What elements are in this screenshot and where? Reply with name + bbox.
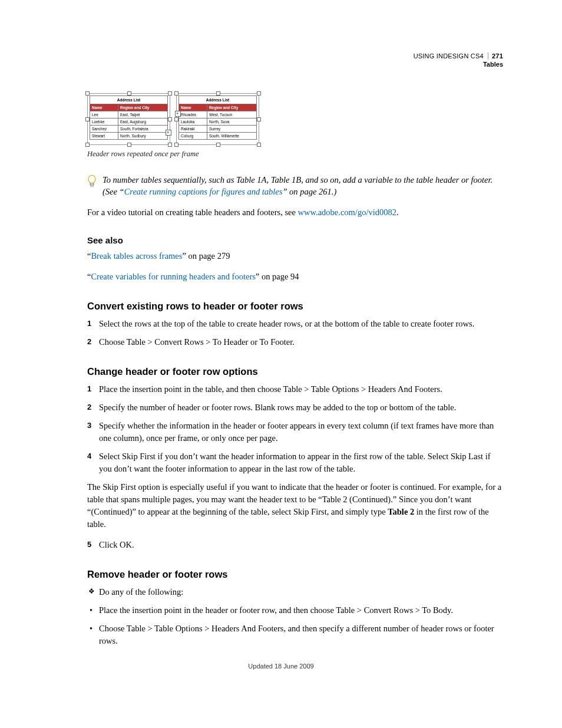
steps-convert: Select the rows at the top of the table … — [87, 318, 503, 348]
bold-table-2: Table 2 — [388, 507, 414, 516]
page-number: 271 — [488, 52, 503, 60]
footer-updated: Updated 18 June 2009 — [0, 663, 562, 670]
bullet-item: Choose Table > Table Options > Headers A… — [87, 622, 503, 647]
remove-lead-list: Do any of the following: — [87, 586, 503, 598]
see-also-item-1: “Break tables across frames” on page 279 — [87, 250, 503, 262]
lead-item: Do any of the following: — [87, 586, 503, 598]
text-frame-right: ▸ Address List Name Region and City Rhoa… — [176, 93, 259, 145]
product-name: USING INDESIGN CS4 — [414, 52, 484, 60]
link-video-tutorial[interactable]: www.adobe.com/go/vid0082 — [298, 207, 396, 217]
mini-table-right: Address List Name Region and City Rhoade… — [178, 95, 257, 140]
step: Select the rows at the top of the table … — [87, 318, 503, 330]
heading-convert-rows: Convert existing rows to header or foote… — [87, 301, 503, 312]
heading-remove-rows: Remove header or footer rows — [87, 569, 503, 580]
mini-table-left: Address List Name Region and City LeeEas… — [90, 95, 168, 140]
step: Place the insertion point in the table, … — [87, 383, 503, 396]
tip-block: To number tables sequentially, such as T… — [87, 174, 503, 198]
svg-point-0 — [88, 176, 95, 183]
steps-change-cont: Click OK. — [87, 539, 503, 551]
link-create-variables[interactable]: Create variables for running headers and… — [91, 272, 255, 281]
running-header: USING INDESIGN CS4 271 Tables — [414, 52, 503, 69]
outport-icon: ▸ — [166, 130, 171, 136]
video-tutorial-line: For a video tutorial on creating table h… — [87, 206, 503, 219]
step: Click OK. — [87, 539, 503, 551]
link-running-captions[interactable]: Create running captions for figures and … — [124, 187, 283, 196]
page: USING INDESIGN CS4 271 Tables Address Li… — [0, 0, 562, 689]
step: Choose Table > Convert Rows > To Header … — [87, 336, 503, 348]
tip-text: To number tables sequentially, such as T… — [103, 174, 503, 198]
heading-change-options: Change header or footer row options — [87, 366, 503, 377]
inport-icon: ▸ — [175, 111, 181, 117]
heading-see-also: See also — [87, 235, 503, 245]
text-frame-left: Address List Name Region and City LeeEas… — [87, 93, 170, 145]
section-name: Tables — [414, 60, 503, 68]
step: Specify the number of header or footer r… — [87, 401, 503, 414]
step: Select Skip First if you don’t want the … — [87, 450, 503, 475]
lightbulb-icon — [87, 175, 98, 191]
see-also-item-2: “Create variables for running headers an… — [87, 271, 503, 283]
steps-change: Place the insertion point in the table, … — [87, 383, 503, 475]
bullet-item: Place the insertion point in the header … — [87, 604, 503, 617]
link-break-tables[interactable]: Break tables across frames — [91, 251, 182, 261]
skip-first-paragraph: The Skip First option is especially usef… — [87, 481, 503, 531]
figure-caption: Header rows repeated once per frame — [87, 150, 503, 159]
step: Specify whether the information in the h… — [87, 420, 503, 444]
remove-bullets: Place the insertion point in the header … — [87, 604, 503, 647]
figure-header-rows: Address List Name Region and City LeeEas… — [87, 93, 503, 159]
